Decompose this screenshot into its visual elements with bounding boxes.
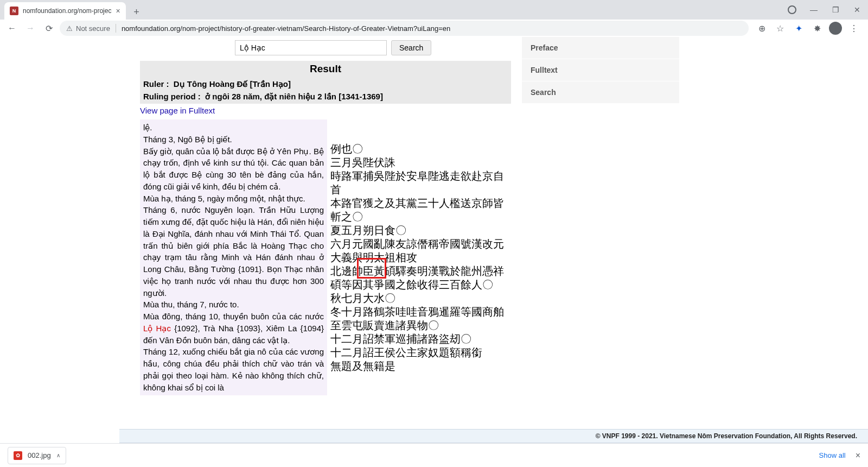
ruler-value: Dụ Tông Hoàng Đế [Trần Hạo]	[174, 79, 291, 89]
search-input[interactable]	[235, 40, 387, 55]
ruler-label: Ruler :	[143, 79, 169, 89]
han-line: 夏五月朔日食〇	[330, 224, 511, 237]
han-line: 碩等因其爭國之餘收得三百餘人〇	[330, 278, 511, 292]
tab-title: nomfoundation.org/nom-projec	[23, 7, 111, 15]
page-content: Search Result Ruler : Dụ Tông Hoàng Đế […	[0, 37, 868, 443]
han-line: 例也〇	[330, 142, 511, 156]
favicon-icon: N	[10, 7, 18, 15]
han-line: 六月元國亂陳友諒僭稱帝國號漢改元大義與明太祖相攻	[330, 237, 511, 264]
han-line: 三月吳陛伏誅	[330, 156, 511, 169]
sidebar-nav: Preface Fulltext Search	[522, 37, 679, 443]
new-tab-button[interactable]: +	[129, 4, 144, 20]
search-button[interactable]: Search	[391, 40, 431, 55]
url-input[interactable]	[122, 24, 742, 33]
browser-chrome: N nomfoundation.org/nom-projec × + — ❐ ✕…	[0, 0, 868, 37]
sidebar-item-preface[interactable]: Preface	[522, 37, 679, 59]
highlight-term: Lộ Hạc	[143, 324, 171, 333]
maximize-icon[interactable]: ❐	[828, 2, 843, 17]
forward-button[interactable]: →	[23, 21, 38, 36]
not-secure-indicator[interactable]: ⚠ Not secure	[66, 24, 110, 33]
han-line: 時路軍捕吳陛於安阜陛逃走欲赴京自首	[330, 169, 511, 197]
text-columns: lệ. Tháng 3, Ngô Bệ bị giết. Bấy giờ, qu…	[140, 119, 511, 395]
fulltext-link[interactable]: View page in Fulltext	[140, 104, 215, 119]
viet-line: Tháng 12, xuống chiếu bắt gia nô của các…	[143, 346, 324, 393]
han-line: 北邊帥臣黃碩驛奏明漢戰於龍州憑祥	[330, 264, 511, 278]
not-secure-label: Not secure	[76, 24, 110, 33]
profile-avatar[interactable]: T	[829, 22, 842, 35]
viet-line: Mùa thu, tháng 7, nước to.	[143, 299, 324, 311]
minimize-icon[interactable]: —	[806, 2, 821, 17]
ruler-info: Ruler : Dụ Tông Hoàng Đế [Trần Hạo] Ruli…	[140, 77, 511, 104]
han-text: 例也〇 三月吳陛伏誅 時路軍捕吳陛於安阜陛逃走欲赴京自首 本路官獲之及其黨三十人…	[330, 119, 511, 373]
viet-line: Mùa đông, tháng 10, thuyền buôn của các …	[143, 311, 324, 346]
han-line: 無題及無籍是	[330, 359, 511, 373]
sidebar-item-search[interactable]: Search	[522, 81, 679, 104]
han-line: 冬十月路鶴茶哇哇音鴉暹羅等國商舶至雲屯販賣進諸異物〇	[330, 305, 511, 332]
zoom-icon[interactable]: ⊕	[755, 22, 768, 35]
back-button[interactable]: ←	[4, 21, 20, 36]
viet-line: Tháng 3, Ngô Bệ bị giết.	[143, 134, 324, 146]
result-heading: Result	[140, 61, 511, 77]
toolbar-icons: ⊕ ☆ ✦ ✸ T ⋮	[752, 22, 864, 35]
han-line: 十二月詔禁軍巡捕諸路盜刼〇	[330, 332, 511, 346]
period-value: ở ngôi 28 năm, đặt niên hiệu 2 lần [1341…	[205, 92, 383, 101]
viet-line: Mùa hạ, tháng 5, ngày mồng một, nhật thự…	[143, 193, 324, 205]
han-line: 本路官獲之及其黨三十人檻送京師皆斬之〇	[330, 197, 511, 224]
footer: © VNPF 1999 - 2021. Vietnamese Nôm Prese…	[119, 429, 868, 443]
sidebar-item-fulltext[interactable]: Fulltext	[522, 59, 679, 81]
period-label: Ruling period :	[143, 92, 201, 101]
browser-toolbar: ← → ⟳ ⚠ Not secure ⊕ ☆ ✦ ✸ T ⋮	[0, 20, 868, 37]
extension-icon[interactable]: ✦	[792, 22, 805, 35]
extensions-menu-icon[interactable]: ✸	[810, 22, 824, 35]
vietnamese-text: lệ. Tháng 3, Ngô Bệ bị giết. Bấy giờ, qu…	[140, 119, 327, 395]
close-window-icon[interactable]: ✕	[850, 2, 865, 17]
kebab-menu-icon[interactable]: ⋮	[847, 22, 860, 35]
han-line: 秋七月大水〇	[330, 292, 511, 305]
address-bar[interactable]: ⚠ Not secure	[60, 21, 749, 36]
close-tab-icon[interactable]: ×	[116, 7, 120, 15]
reload-button[interactable]: ⟳	[41, 21, 56, 36]
viet-line: Tháng 6, nước Nguyên loạn. Trần Hữu Lượn…	[143, 204, 324, 299]
viet-line: lệ.	[143, 122, 324, 134]
footer-text: © VNPF 1999 - 2021. Vietnamese Nôm Prese…	[596, 432, 857, 440]
window-controls: — ❐ ✕	[784, 2, 865, 17]
divider	[116, 24, 116, 33]
browser-tab[interactable]: N nomfoundation.org/nom-projec ×	[4, 2, 126, 20]
viet-line: Bấy giờ, quân của lộ bắt được Bệ ở Yên P…	[143, 146, 324, 193]
main-column: Search Result Ruler : Dụ Tông Hoàng Đế […	[140, 37, 511, 443]
search-row: Search	[140, 37, 511, 61]
han-line: 十二月詔王侯公主家奴題額稱銜	[330, 346, 511, 359]
warning-icon: ⚠	[66, 24, 73, 33]
tab-strip: N nomfoundation.org/nom-projec × + — ❐ ✕	[0, 0, 868, 20]
bookmark-icon[interactable]: ☆	[774, 22, 787, 35]
account-dot-icon[interactable]	[784, 2, 800, 17]
